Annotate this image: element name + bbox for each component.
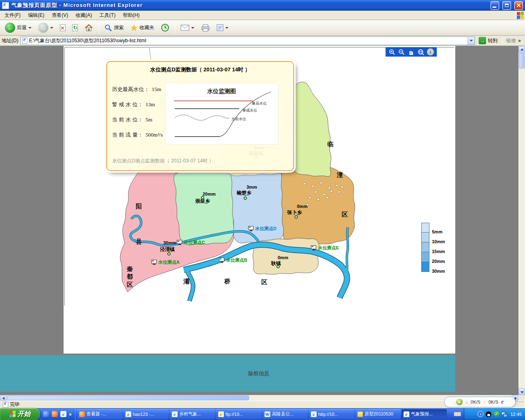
links-label[interactable]: 链接	[506, 37, 516, 44]
favorites-button[interactable]: ★ 收藏夹	[128, 23, 157, 33]
water-station-icon	[151, 260, 158, 265]
start-button[interactable]: 开始	[0, 408, 40, 420]
print-button[interactable]	[199, 23, 212, 32]
chart-current-label: 当前水位	[231, 117, 246, 121]
town-label: 榆楚乡	[237, 189, 251, 196]
menu-view[interactable]: 查看(V)	[48, 11, 72, 20]
stop-icon: ✕	[60, 24, 66, 31]
back-dropdown-icon[interactable]	[28, 27, 32, 29]
restore-button[interactable]	[502, 1, 511, 10]
field-current-level: 当 前 水 位： 5m	[112, 116, 152, 123]
app-icon[interactable]	[52, 411, 58, 417]
station-A[interactable]: 水位测点A	[151, 259, 180, 265]
horizontal-scroll-thumb[interactable]	[7, 395, 249, 400]
taskbar: 开始 e » 查看器 -... ehao123 -... e乡村气象... ef…	[0, 408, 525, 420]
address-value: E:\气象台\原型20110530\原型20110530\swyb-list.h…	[29, 37, 466, 44]
field-value: 500m³/s	[146, 132, 163, 138]
info-button[interactable]: i	[427, 48, 434, 55]
ie-quicklaunch-icon[interactable]: e	[60, 411, 66, 417]
station-E[interactable]: 水位测点E	[311, 245, 339, 251]
close-button[interactable]	[514, 1, 523, 10]
pan-hand-button[interactable]	[408, 48, 415, 55]
address-dropdown-button[interactable]	[468, 37, 475, 45]
go-label: 转到	[488, 37, 498, 44]
search-icon	[104, 24, 112, 32]
zoom-out-button[interactable]	[398, 48, 405, 55]
menu-file[interactable]: 文件(F)	[1, 11, 24, 20]
language-bar[interactable]	[451, 408, 463, 420]
favorites-star-icon: ★	[130, 24, 138, 32]
network-speed-widget[interactable]: + ↓ 0K/S ↑ 0K/S e	[444, 397, 516, 407]
vertical-scrollbar[interactable]	[518, 46, 525, 395]
menu-help[interactable]: 帮助(H)	[119, 11, 144, 20]
windows-flag-icon	[9, 411, 16, 418]
station-B[interactable]: 水位测点B	[219, 257, 247, 263]
edit-button[interactable]	[214, 23, 231, 32]
town-marker[interactable]	[294, 215, 298, 219]
task-hao123[interactable]: ehao123 -...	[123, 409, 169, 419]
horizontal-scrollbar[interactable]	[0, 395, 518, 401]
network-icon[interactable]	[501, 411, 507, 417]
region-zhangbu[interactable]	[281, 167, 355, 247]
town-marker[interactable]	[244, 196, 247, 200]
task-http[interactable]: ehttp://10...	[309, 409, 354, 419]
station-label: 水位测点E	[318, 245, 339, 251]
town-marker[interactable]	[201, 196, 204, 199]
triangle-up-icon	[520, 48, 524, 50]
menu-favorites[interactable]: 收藏(A)	[72, 11, 96, 20]
station-C[interactable]: 水位测点C	[177, 240, 205, 246]
scroll-up-button[interactable]	[518, 46, 525, 52]
task-word-doc[interactable]: W高陵县公...	[262, 409, 308, 419]
clock[interactable]: 12:45	[510, 412, 522, 417]
task-weather-site[interactable]: e乡村气象...	[170, 409, 215, 419]
town-marker[interactable]	[167, 252, 171, 256]
station-D[interactable]: 水位测点D	[248, 226, 276, 232]
scroll-left-button[interactable]	[0, 395, 7, 401]
menu-edit[interactable]: 编辑(E)	[24, 11, 48, 20]
search-button[interactable]: 搜索	[102, 23, 126, 33]
stop-button[interactable]: ✕	[57, 23, 68, 32]
messenger-icon[interactable]	[43, 411, 49, 417]
status-message-area: 完毕	[1, 402, 448, 408]
mail-button[interactable]	[178, 24, 197, 32]
vertical-scroll-thumb[interactable]	[519, 53, 525, 68]
map-toolbar: i	[386, 47, 437, 57]
full-extent-globe-button[interactable]	[417, 48, 424, 55]
task-ftp[interactable]: eftp://10...	[216, 409, 261, 419]
home-icon	[84, 24, 93, 32]
links-more-icon[interactable]: »	[518, 38, 523, 43]
task-folder[interactable]: 原型20110530	[355, 409, 400, 419]
scroll-down-button[interactable]	[518, 388, 525, 395]
zoom-in-button[interactable]	[388, 48, 395, 55]
edit-dropdown-icon[interactable]	[225, 27, 228, 29]
forward-icon: →	[38, 23, 48, 33]
forward-button[interactable]: →	[36, 22, 56, 34]
legend-label: 15mm	[432, 249, 445, 254]
field-value: 5m	[146, 116, 153, 123]
home-button[interactable]	[82, 23, 96, 32]
town-marker[interactable]	[276, 265, 280, 268]
history-button[interactable]	[158, 23, 172, 33]
quicklaunch-more-icon[interactable]: »	[69, 411, 72, 417]
forward-dropdown-icon[interactable]	[50, 27, 53, 29]
station-label: 水位测点A	[158, 259, 180, 265]
title-bar: 气象预报页面原型 - Microsoft Internet Explorer	[0, 0, 525, 11]
qq-icon[interactable]	[486, 411, 491, 417]
task-weather-prototype[interactable]: e气象预报...	[402, 409, 447, 419]
mail-dropdown-icon[interactable]	[191, 27, 194, 29]
task-label: 乡村气象...	[179, 411, 201, 417]
field-label: 警 戒 水 位：	[112, 101, 143, 108]
print-icon	[201, 24, 210, 32]
refresh-button[interactable]: ↻	[70, 23, 80, 32]
menu-bar: 文件(F) 编辑(E) 查看(V) 收藏(A) 工具(T) 帮助(H)	[0, 11, 525, 20]
hide-icons-arrow-icon[interactable]: ‹	[477, 411, 484, 417]
keyboard-icon	[454, 412, 461, 416]
shield-icon[interactable]: ✓	[493, 411, 499, 417]
minimize-button[interactable]	[491, 1, 499, 10]
address-input[interactable]: E:\气象台\原型20110530\原型20110530\swyb-list.h…	[21, 37, 475, 45]
task-viewer[interactable]: 查看器 -...	[77, 409, 122, 419]
legend-label: 30mm	[432, 269, 445, 274]
back-button[interactable]: ← 后退	[2, 22, 34, 34]
menu-tools[interactable]: 工具(T)	[96, 11, 119, 20]
go-button[interactable]: → 转到	[477, 37, 499, 44]
